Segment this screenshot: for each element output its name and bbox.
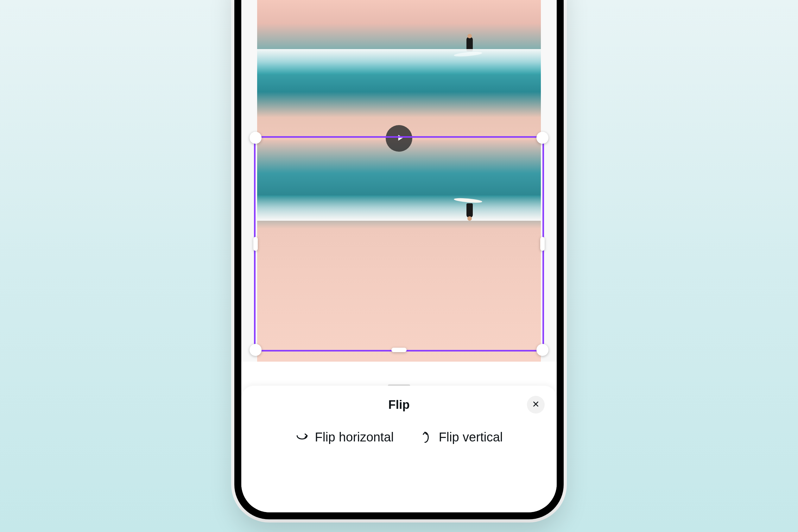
panel-header: Flip — [241, 386, 557, 424]
flip-panel: Flip — [241, 386, 557, 512]
flip-vertical-label: Flip vertical — [439, 430, 502, 444]
flip-vertical-icon — [419, 430, 433, 444]
panel-title: Flip — [388, 398, 410, 412]
resize-handle-bottom-right[interactable] — [536, 344, 549, 356]
resize-handle-bottom-left[interactable] — [249, 344, 262, 356]
resize-handle-right[interactable] — [540, 237, 545, 251]
close-button[interactable] — [527, 396, 545, 414]
resize-handle-top-left[interactable] — [249, 132, 262, 144]
flip-horizontal-label: Flip horizontal — [315, 430, 394, 444]
flip-vertical-button[interactable]: Flip vertical — [419, 430, 502, 444]
resize-handle-top-right[interactable] — [536, 132, 549, 144]
resize-handle-left[interactable] — [253, 237, 258, 251]
editor-canvas[interactable] — [241, 0, 557, 378]
flip-horizontal-button[interactable]: Flip horizontal — [295, 430, 394, 444]
canvas-image-original[interactable] — [257, 0, 541, 143]
selection-bounding-box[interactable] — [254, 136, 544, 352]
surfer-figure — [462, 36, 477, 61]
flip-horizontal-icon — [295, 430, 309, 444]
phone-frame: Flip — [234, 0, 564, 519]
close-icon — [532, 400, 540, 410]
phone-screen: Flip — [241, 0, 557, 512]
flip-options: Flip horizontal Flip vertical — [241, 424, 557, 444]
resize-handle-bottom[interactable] — [392, 348, 406, 352]
